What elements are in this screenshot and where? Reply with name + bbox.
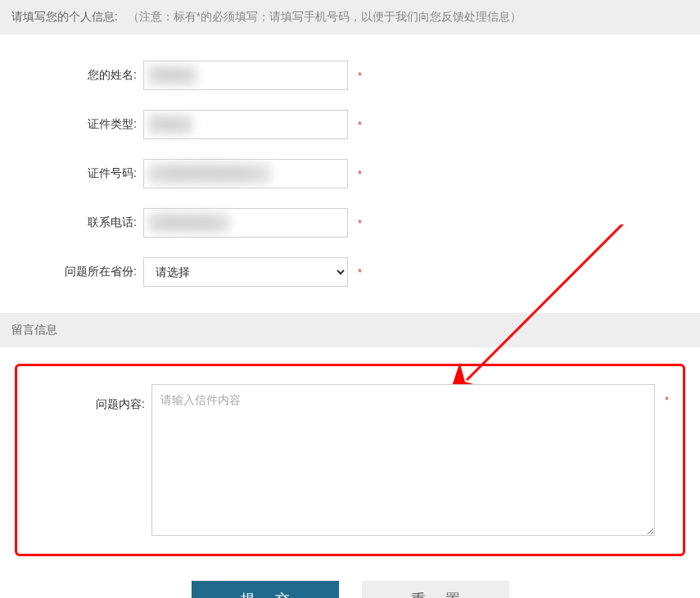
message-header: 留言信息 [0, 313, 700, 347]
message-highlight-wrapper: 问题内容: * [0, 364, 700, 556]
required-star: * [348, 70, 364, 82]
message-title: 留言信息 [11, 323, 57, 336]
input-name[interactable] [143, 61, 348, 90]
row-name: 您的姓名: * [0, 61, 700, 90]
submit-button[interactable]: 提交 [192, 581, 339, 598]
row-province: 问题所在省份: 请选择 * [0, 257, 700, 287]
label-idno: 证件号码: [0, 166, 143, 181]
required-star: * [348, 266, 364, 279]
required-star: * [348, 168, 364, 180]
button-row: 提交 重置 [0, 581, 700, 598]
select-province[interactable]: 请选择 [143, 257, 348, 287]
label-message: 问题内容: [29, 384, 151, 412]
input-idno[interactable] [143, 159, 348, 188]
reset-button[interactable]: 重置 [362, 581, 509, 598]
row-message: 问题内容: * [29, 384, 671, 536]
input-idtype[interactable] [143, 110, 348, 139]
personal-info-note: （注意：标有*的必须填写；请填写手机号码，以便于我们向您反馈处理信息） [128, 10, 522, 23]
required-star: * [348, 119, 364, 131]
label-idtype: 证件类型: [0, 117, 143, 132]
row-idno: 证件号码: * [0, 159, 700, 188]
required-star: * [655, 384, 671, 406]
required-star: * [348, 217, 364, 229]
message-highlight-box: 问题内容: * [15, 364, 685, 556]
label-phone: 联系电话: [0, 215, 143, 230]
label-province: 问题所在省份: [0, 265, 143, 279]
input-phone[interactable] [143, 208, 348, 238]
row-phone: 联系电话: * [0, 208, 700, 238]
label-name: 您的姓名: [0, 68, 143, 83]
personal-info-form: 您的姓名: * 证件类型: * 证件号码: * 联系电话: * 问题所在省份: [0, 34, 700, 313]
row-idtype: 证件类型: * [0, 110, 700, 139]
personal-info-header: 请填写您的个人信息: （注意：标有*的必须填写；请填写手机号码，以便于我们向您反… [0, 0, 700, 34]
personal-info-title: 请填写您的个人信息: [11, 10, 118, 23]
textarea-message[interactable] [151, 384, 655, 536]
